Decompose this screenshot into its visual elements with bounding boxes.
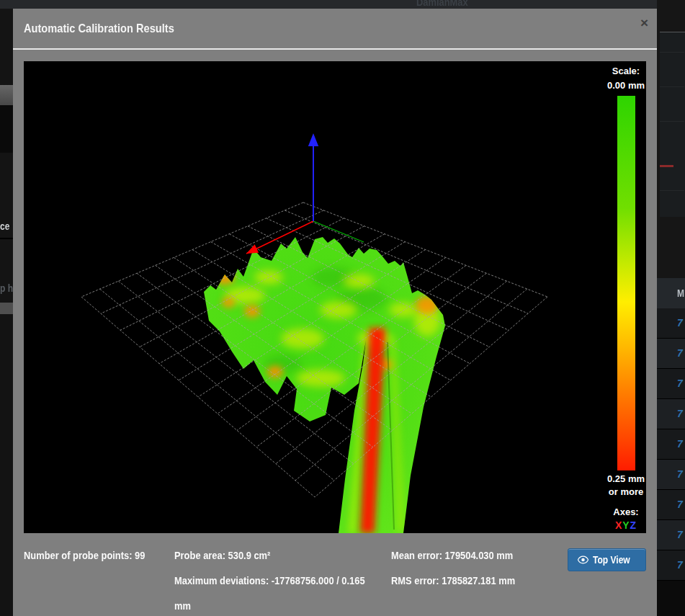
background-table-row: 7 [657, 429, 685, 460]
scale-max-label-2: or more [599, 486, 646, 497]
heightmap-render [24, 61, 646, 533]
background-table-row: 7 [657, 369, 685, 399]
background-table-row: 7 [657, 520, 685, 550]
background-table-row: 7 [657, 399, 685, 429]
background-table-row: 7 [657, 550, 685, 581]
axis-key-y: Y [622, 519, 630, 531]
dialog-title: Automatic Calibration Results [24, 22, 174, 36]
background-right-strip: M 777777777 [657, 0, 685, 616]
heightmap-3d-canvas[interactable]: Scale: 0.00 mm 0.25 mm or more Axes: XYZ [24, 61, 646, 533]
background-app-title: DamianMax [416, 0, 468, 8]
color-scale-bar [617, 96, 635, 470]
dialog-body: Scale: 0.00 mm 0.25 mm or more Axes: XYZ [13, 50, 657, 533]
background-table-header: M [657, 278, 685, 308]
background-left-button-fragment [0, 85, 13, 105]
scale-max-label: 0.25 mm [599, 473, 646, 484]
background-table-row: 7 [657, 490, 685, 520]
background-top-bar: DamianMax [0, 0, 685, 9]
close-icon[interactable]: × [640, 16, 648, 30]
calibration-results-dialog: Automatic Calibration Results × Scale: 0… [13, 9, 657, 616]
eye-icon [578, 555, 588, 564]
background-left-text-fragment-2: p hi [0, 282, 13, 294]
stat-probe-points: Number of probe points: 99 [24, 548, 174, 616]
stat-errors: Mean error: 179504.030 mmRMS error: 1785… [391, 548, 568, 616]
axes-key-xyz: XYZ [599, 519, 646, 531]
stat-probe-area-deviations: Probe area: 530.9 cm²Maximum deviations:… [174, 548, 391, 616]
scale-label: Scale: [604, 66, 646, 76]
top-view-button-label: Top View [593, 554, 630, 566]
top-view-button[interactable]: Top View [568, 548, 646, 571]
scale-min-label: 0.00 mm [599, 80, 646, 91]
background-left-text-fragment: ce [0, 220, 9, 232]
background-left-strip: ce p hi [0, 9, 13, 616]
calibration-stats: Number of probe points: 99 Probe area: 5… [24, 548, 646, 616]
background-table-row: 7 [657, 460, 685, 490]
axis-key-z: Z [630, 519, 637, 531]
background-right-panel [660, 32, 685, 217]
dialog-header: Automatic Calibration Results × [13, 9, 657, 50]
axes-key-label: Axes: [599, 506, 646, 517]
background-table-row: 7 [657, 339, 685, 369]
axis-key-x: X [615, 519, 622, 531]
background-table-row: 7 [657, 308, 685, 339]
background-red-indicator [660, 165, 673, 167]
